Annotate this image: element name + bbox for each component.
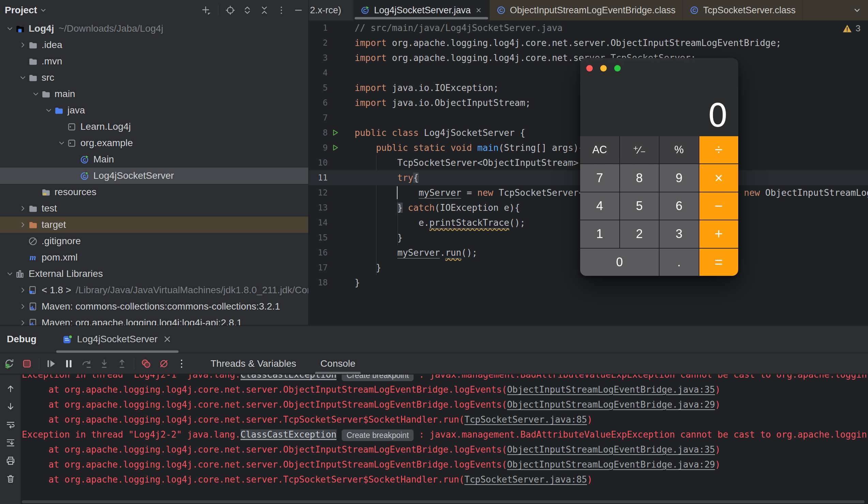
resume-icon[interactable]: [45, 358, 57, 369]
tree-item-log4jsocketserver[interactable]: Log4jSocketServer: [0, 168, 308, 184]
tree-item-resources[interactable]: resources: [0, 184, 308, 200]
calc-button-2[interactable]: 2: [620, 220, 659, 248]
chevron-down-icon[interactable]: [5, 24, 15, 33]
tree-item-pom-xml[interactable]: pom.xml: [0, 249, 308, 266]
chevron-down-icon[interactable]: [31, 90, 41, 98]
calculator-window[interactable]: 0 AC⁺∕₋%÷789×456−123+0.=: [580, 58, 738, 276]
inspection-widget[interactable]: 3: [842, 23, 860, 34]
tree-item-log4j[interactable]: Log4j~/Downloads/Jaba/Log4j: [0, 20, 308, 37]
tree-item-test[interactable]: test: [0, 200, 308, 217]
chevron-right-icon[interactable]: [18, 220, 28, 229]
console-arrow-up-icon[interactable]: [6, 384, 16, 394]
debugger-tab-console[interactable]: Console: [319, 353, 357, 374]
tree-item-target[interactable]: target: [0, 217, 308, 233]
calc-button-[interactable]: =: [699, 249, 738, 276]
console-scroll-to-end-icon[interactable]: [6, 438, 16, 448]
tree-item-1-8[interactable]: < 1.8 >/Library/Java/JavaVirtualMachines…: [0, 282, 308, 298]
step-over-icon[interactable]: [81, 358, 92, 369]
chevron-down-icon[interactable]: [5, 269, 15, 278]
calc-button-5[interactable]: 5: [620, 192, 659, 220]
stacktrace-link[interactable]: TcpSocketServer.java:85: [464, 474, 587, 485]
tree-item-external-libraries[interactable]: External Libraries: [0, 266, 308, 282]
calc-button-1[interactable]: 1: [580, 220, 619, 248]
calc-button-[interactable]: +: [699, 220, 738, 248]
tree-item-maven-commons-collections-commons-collections-3-2-1[interactable]: Maven: commons-collections:commons-colle…: [0, 298, 308, 315]
locate-icon[interactable]: [225, 5, 235, 15]
calc-button-[interactable]: −: [699, 192, 738, 220]
rerun-debug-icon[interactable]: [3, 358, 15, 369]
tree-item-org-example[interactable]: org.example: [0, 135, 308, 151]
code-line-1[interactable]: 1// src/main/java/Log4jSocketServer.java: [309, 20, 868, 35]
calc-button-[interactable]: %: [660, 136, 699, 164]
chevron-down-icon[interactable]: [56, 139, 67, 147]
tree-item-maven-org-apache-logging-log4j-log4j-api-2-8-1[interactable]: Maven: org.apache.logging.log4j:log4j-ap…: [0, 315, 308, 325]
more-vertical-icon[interactable]: [176, 358, 187, 369]
pause-icon[interactable]: [63, 358, 75, 369]
tree-item-src[interactable]: src: [0, 70, 308, 86]
debugger-tab-threads-variables[interactable]: Threads & Variables: [209, 353, 298, 374]
stacktrace-link[interactable]: ObjectInputStreamLogEventBridge.java:35: [507, 385, 715, 395]
calc-button-ac[interactable]: AC: [580, 136, 619, 164]
calc-button-[interactable]: ×: [699, 164, 738, 191]
chevron-down-icon[interactable]: [44, 106, 54, 115]
traffic-light-zoom[interactable]: [614, 65, 621, 72]
traffic-light-minimize[interactable]: [600, 65, 607, 72]
console-soft-wrap-icon[interactable]: [6, 420, 16, 430]
console-output[interactable]: Exception in thread "Log4j2-1" java.lang…: [21, 375, 868, 504]
close-icon[interactable]: [162, 334, 172, 344]
calc-button-9[interactable]: 9: [660, 164, 699, 191]
calc-button-[interactable]: ÷: [699, 136, 738, 164]
console-print-icon[interactable]: [6, 456, 16, 466]
traffic-light-close[interactable]: [586, 65, 593, 72]
hide-panel-icon[interactable]: [293, 5, 303, 15]
tree-item-idea[interactable]: .idea: [0, 37, 308, 53]
chevron-down-icon[interactable]: [39, 6, 47, 14]
stacktrace-link[interactable]: ObjectInputStreamLogEventBridge.java:29: [507, 459, 715, 470]
stacktrace-link[interactable]: TcpSocketServer.java:85: [464, 414, 587, 425]
close-icon[interactable]: [475, 7, 482, 14]
editor-tab-objectinputstreamlogeventbridge-class[interactable]: ObjectInputStreamLogEventBridge.class: [489, 0, 683, 20]
horizontal-scrollbar[interactable]: [22, 500, 865, 503]
chevron-right-icon[interactable]: [18, 41, 28, 49]
create-breakpoint-chip[interactable]: Create breakpoint: [342, 375, 414, 381]
stacktrace-link[interactable]: ObjectInputStreamLogEventBridge.java:35: [507, 444, 715, 455]
tree-item-learn-log4j[interactable]: Learn.Log4j: [0, 118, 308, 135]
tab-overflow-button[interactable]: [846, 0, 868, 20]
tree-item-main[interactable]: main: [0, 86, 308, 102]
calc-button-3[interactable]: 3: [660, 220, 699, 248]
view-breakpoints-icon[interactable]: [140, 358, 152, 369]
calc-button-0[interactable]: 0: [580, 249, 659, 276]
step-out-icon[interactable]: [116, 358, 128, 369]
calc-button-4[interactable]: 4: [580, 192, 619, 220]
console-clear-icon[interactable]: [6, 474, 16, 484]
collapse-all-icon[interactable]: [259, 5, 269, 15]
mute-breakpoints-icon[interactable]: [158, 358, 170, 369]
calc-button-7[interactable]: 7: [580, 164, 619, 191]
more-vertical-icon[interactable]: [276, 5, 287, 15]
tree-item-gitignore[interactable]: .gitignore: [0, 233, 308, 249]
run-gutter-icon[interactable]: [330, 143, 340, 152]
code-line-18[interactable]: 18}: [309, 275, 868, 290]
tree-item-main[interactable]: Main: [0, 151, 308, 168]
code-line-2[interactable]: 2import org.apache.logging.log4j.core.ne…: [309, 35, 868, 50]
step-into-icon[interactable]: [99, 358, 110, 369]
debug-session-tab[interactable]: Log4jSocketServer: [56, 326, 178, 353]
calc-button-[interactable]: .: [660, 249, 699, 276]
console-arrow-down-icon[interactable]: [6, 401, 16, 412]
add-icon[interactable]: [201, 5, 211, 15]
stacktrace-link[interactable]: ObjectInputStreamLogEventBridge.java:29: [507, 399, 715, 410]
expand-all-icon[interactable]: [242, 5, 252, 15]
editor-tab-2-x-rce[interactable]: 2.x-rce): [309, 0, 354, 20]
calc-button-[interactable]: ⁺∕₋: [620, 136, 659, 164]
stacktrace-link[interactable]: ClassCastException: [240, 375, 337, 380]
editor-tab-log4jsocketserver-java[interactable]: Log4jSocketServer.java: [354, 0, 489, 20]
chevron-right-icon[interactable]: [18, 204, 28, 213]
chevron-right-icon[interactable]: [18, 302, 28, 311]
tree-item-java[interactable]: java: [0, 102, 308, 118]
chevron-right-icon[interactable]: [18, 318, 28, 325]
chevron-right-icon[interactable]: [18, 286, 28, 295]
calc-button-8[interactable]: 8: [620, 164, 659, 191]
chevron-down-icon[interactable]: [18, 73, 28, 82]
stop-icon[interactable]: [21, 358, 33, 369]
editor-tab-tcpsocketserver-class[interactable]: TcpSocketServer.class: [683, 0, 803, 20]
